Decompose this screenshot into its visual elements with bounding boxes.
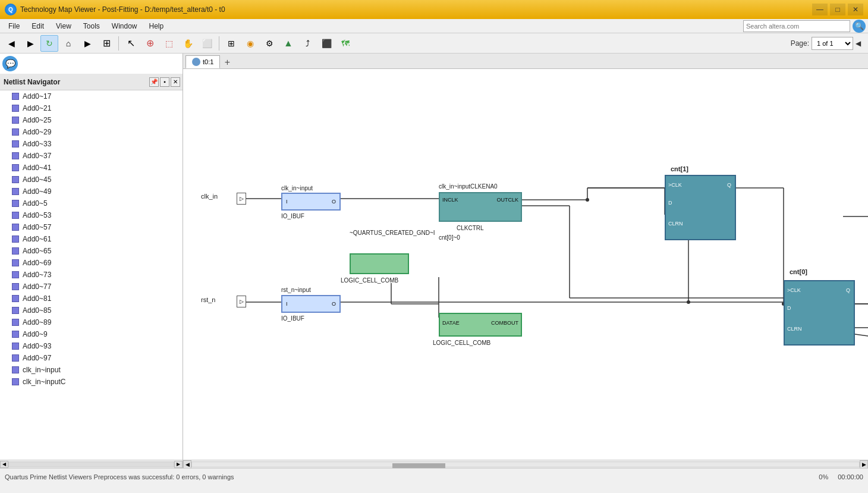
sidebar-scroll-left[interactable]: ◀ [0,461,8,468]
lc-comb-2-box[interactable]: DATAE COMBOUT [439,313,522,337]
sidebar-item[interactable]: Add0~73 [0,269,183,281]
lc-comb-1-box[interactable] [350,253,409,274]
menu-window[interactable]: Window [106,21,143,32]
sidebar-item[interactable]: Add0~9 [0,328,183,340]
menu-file[interactable]: File [2,21,26,32]
sidebar-item[interactable]: Add0~57 [0,221,183,233]
toolbar-sep-2 [219,36,219,51]
io-ibuf-2-box[interactable]: I O [281,295,341,313]
sidebar-item[interactable]: Add0~69 [0,257,183,269]
pan-button[interactable]: ✋ [179,35,197,52]
add-tab-button[interactable]: + [221,56,233,68]
search-input[interactable] [743,20,850,32]
sidebar-item[interactable]: Add0~33 [0,138,183,150]
sidebar-item[interactable]: Add0~37 [0,150,183,162]
sidebar-item[interactable]: Add0~65 [0,245,183,257]
forward-button[interactable]: ▶ [21,35,39,52]
io-ibuf-1-box[interactable]: I O [281,193,341,211]
canvas-scroll-right[interactable]: ▶ [860,460,868,469]
sidebar-item[interactable]: Add0~5 [0,197,183,209]
minimize-button[interactable]: — [812,4,828,15]
canvas-hscroll[interactable]: ◀ ▶ [183,460,868,468]
svg-point-30 [586,198,589,202]
cnt0-box[interactable]: >CLK Q D CLRN [784,280,855,346]
io-ibuf-2-i: I [286,301,288,307]
color-button[interactable]: ◉ [241,35,259,52]
item-icon [12,343,19,350]
back-button[interactable]: ◀ [2,35,20,52]
item-label: Add0~69 [23,259,51,267]
outclk-label: OUTCLK [496,197,518,203]
sidebar-item[interactable]: Add0~45 [0,174,183,186]
item-icon [12,247,19,255]
layout-button[interactable]: ⬛ [317,35,335,52]
hierarchy-button[interactable]: ⊞ [222,35,240,52]
refresh-button[interactable]: ↻ [40,35,58,52]
cnt1-q: Q [727,182,731,188]
close-button[interactable]: ✕ [848,4,863,15]
sidebar-item[interactable]: Add0~41 [0,162,183,174]
item-label: Add0~45 [23,175,51,184]
sidebar-hscroll[interactable]: ◀ ▶ [0,460,183,468]
home-button[interactable]: ⌂ [59,35,77,52]
sidebar-item[interactable]: Add0~17 [0,90,183,102]
export1-button[interactable]: ▲ [279,35,297,52]
sidebar-item[interactable]: Add0~77 [0,281,183,293]
sidebar-item[interactable]: Add0~81 [0,293,183,304]
sidebar-item[interactable]: Add0~53 [0,209,183,221]
item-label: Add0~5 [23,199,48,208]
sidebar-item[interactable]: Add0~49 [0,186,183,197]
item-label: Add0~41 [23,164,51,172]
sidebar-item[interactable]: Add0~97 [0,352,183,364]
search-button[interactable]: 🔍 [853,20,866,33]
sidebar-scroll-right[interactable]: ▶ [174,461,183,468]
menu-help[interactable]: Help [143,21,170,32]
search-icon: 🔍 [855,22,864,30]
tab-t0-1[interactable]: t0:1 [185,55,220,68]
sidebar-item[interactable]: Add0~21 [0,102,183,114]
sidebar-item[interactable]: Add0~89 [0,316,183,328]
menu-tools[interactable]: Tools [77,21,106,32]
select-box-button[interactable]: ⬚ [160,35,178,52]
sidebar-item[interactable]: Add0~25 [0,114,183,126]
item-label: clk_in~inputC [23,378,65,386]
item-label: Add0~37 [23,152,51,160]
cnt1-label: cnt[1] [671,165,688,172]
sidebar-item[interactable]: clk_in~inputC [0,376,183,388]
sidebar-item[interactable]: Add0~85 [0,304,183,316]
cursor-button[interactable]: ↖ [122,35,140,52]
canvas-scroll-thumb[interactable] [392,463,446,469]
sidebar-item[interactable]: Add0~29 [0,126,183,138]
maximize-button[interactable]: □ [830,4,845,15]
canvas-tabs: t0:1 + [183,54,868,69]
export2-button[interactable]: ⤴ [298,35,316,52]
window-controls: — □ ✕ [812,4,863,15]
page-dropdown[interactable]: 1 of 1 [812,37,853,50]
page-indicator: Page: 1 of 1 ◀ [791,37,866,50]
item-icon [12,105,19,112]
diagram[interactable]: clk_in ▷ clk_in~input I O IO_IBUF ~QUART… [183,69,868,460]
clkena-label: clk_in~inputCLKENA0 [439,183,498,190]
map-button[interactable]: 🗺 [336,35,354,52]
item-icon [12,307,19,314]
menu-view[interactable]: View [50,21,77,32]
tab-icon [192,58,200,66]
select2-button[interactable]: ⬜ [198,35,216,52]
sidebar-close[interactable]: ✕ [171,77,180,87]
zoom-in-button[interactable]: ⊕ [141,35,159,52]
binoculars-button[interactable]: ⊞ [98,35,115,52]
forward2-button[interactable]: ▶ [78,35,96,52]
sidebar-resize[interactable]: ▪ [160,77,169,87]
clkctrl-box[interactable]: INCLK OUTCLK [439,192,522,222]
page-nav-left[interactable]: ◀ [856,39,861,48]
cnt1-box[interactable]: >CLK Q D CLRN [665,175,736,240]
sidebar-pin[interactable]: 📌 [149,77,159,87]
item-label: Add0~9 [23,330,48,338]
canvas-scroll-left[interactable]: ◀ [183,460,191,469]
menu-edit[interactable]: Edit [26,21,50,32]
sidebar-item[interactable]: Add0~93 [0,340,183,352]
sidebar-item[interactable]: Add0~61 [0,233,183,245]
item-icon [12,295,19,302]
sidebar-item[interactable]: clk_in~input [0,364,183,376]
settings-button[interactable]: ⚙ [260,35,278,52]
